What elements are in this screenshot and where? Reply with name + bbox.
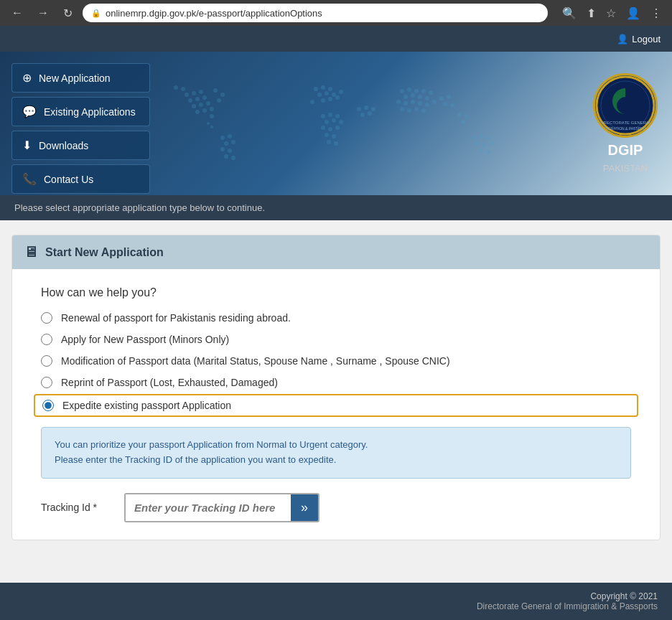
svg-point-33 [332,93,336,97]
svg-point-13 [174,85,178,90]
tracking-submit-button[interactable]: » [291,494,318,521]
svg-point-26 [224,154,228,159]
monitor-icon: 🖥 [24,244,38,260]
svg-point-24 [220,147,225,151]
svg-point-57 [400,89,404,93]
sidebar-nav: ⊕ New Application 💬 Existing Application… [0,52,162,195]
svg-point-38 [339,90,343,94]
hero-section: ⊕ New Application 💬 Existing Application… [0,52,672,195]
sidebar-item-new-application[interactable]: ⊕ New Application [11,63,150,93]
svg-point-11 [210,107,214,111]
svg-point-63 [421,89,426,93]
sidebar-item-existing-applications[interactable]: 💬 Existing Applications [11,97,150,126]
svg-point-70 [425,103,429,107]
radio-new-passport[interactable] [41,334,52,345]
svg-point-6 [192,104,196,108]
plus-circle-icon: ⊕ [22,71,32,85]
tracking-row: Tracking Id * » [41,493,631,522]
svg-point-54 [371,107,375,111]
svg-point-87 [482,143,487,147]
section-title: Start New Application [45,246,164,259]
svg-point-62 [418,95,422,99]
reload-button[interactable]: ↻ [59,4,77,23]
user-icon: 👤 [617,34,628,44]
section-card: 🖥 Start New Application How can we help … [11,235,661,540]
info-line2: Please enter the Tracking ID of the appl… [55,453,617,468]
svg-point-27 [231,156,235,160]
svg-point-74 [414,107,419,111]
svg-point-16 [217,98,221,103]
option-renewal[interactable]: Renewal of passport for Pakistanis resid… [41,312,631,324]
radio-reprint[interactable] [41,377,52,388]
sidebar-item-label: Downloads [39,140,88,151]
option-reprint[interactable]: Reprint of Passport (Lost, Exhausted, Da… [41,377,631,388]
share-button[interactable]: ⬆ [584,4,599,23]
footer: Copyright © 2021 Directorate General of … [0,583,672,620]
world-map [129,59,574,188]
svg-point-81 [465,114,469,118]
svg-text:IMMIGRATION & PASSPORTS: IMMIGRATION & PASSPORTS [600,126,650,131]
svg-point-9 [195,110,200,114]
help-title: How can we help you? [41,286,631,299]
option-expedite[interactable]: Expedite existing passport Application [34,394,638,417]
svg-point-82 [461,120,465,124]
svg-point-10 [202,108,207,113]
sidebar-item-contact-us[interactable]: 📞 Contact Us [11,164,150,194]
svg-point-19 [210,126,213,128]
svg-point-42 [325,120,329,124]
bookmark-button[interactable]: ☆ [603,4,619,23]
svg-point-25 [228,149,232,153]
radio-modification[interactable] [41,355,52,367]
option-modification-label: Modification of Passport data (Marital S… [61,355,450,367]
tracking-label: Tracking Id * [41,502,113,513]
sidebar-item-label: Existing Applications [44,106,136,118]
svg-point-60 [403,95,408,99]
svg-point-64 [429,90,433,95]
radio-expedite[interactable] [42,400,54,411]
option-new-passport[interactable]: Apply for New Passport (Minors Only) [41,334,631,345]
menu-button[interactable]: ⋮ [648,4,665,23]
forward-button[interactable]: → [33,4,53,22]
svg-point-51 [334,141,338,146]
radio-renewal[interactable] [41,312,52,324]
svg-point-61 [411,93,415,98]
svg-point-83 [472,136,476,140]
back-button[interactable]: ← [7,4,27,22]
notice-text: Please select appropriate application ty… [14,202,265,213]
svg-point-65 [425,96,429,100]
logout-button[interactable]: 👤 Logout [617,34,661,44]
svg-point-20 [220,136,225,140]
svg-point-66 [396,100,401,104]
svg-point-34 [321,98,325,103]
svg-point-75 [421,108,426,113]
svg-point-22 [224,141,228,146]
svg-point-3 [188,98,192,103]
svg-point-71 [432,100,437,104]
svg-point-15 [220,93,225,97]
svg-point-53 [364,105,368,110]
svg-point-14 [213,88,218,93]
top-bar: 👤 Logout [0,26,672,52]
section-header: 🖥 Start New Application [12,235,660,269]
profile-button[interactable]: 👤 [623,4,643,23]
search-button[interactable]: 🔍 [559,4,579,23]
svg-point-30 [328,87,332,91]
logo-area: DIRECTORATE GENERAL IMMIGRATION & PASSPO… [593,73,658,174]
option-expedite-label: Expedite existing passport Application [62,400,231,411]
svg-point-88 [490,141,494,146]
svg-point-77 [447,95,451,99]
svg-point-86 [475,141,480,146]
url-bar[interactable]: 🔒 onlinemrp.dgip.gov.pk/e-passport/appli… [83,4,548,22]
svg-point-36 [335,95,340,100]
svg-point-28 [314,87,318,91]
svg-point-4 [195,97,200,101]
info-line1: You can prioritize your passport Applica… [55,438,617,453]
option-reprint-label: Reprint of Passport (Lost, Exhausted, Da… [61,377,278,388]
svg-point-23 [231,140,235,144]
tracking-id-input[interactable] [126,494,291,521]
option-modification[interactable]: Modification of Passport data (Marital S… [41,355,631,367]
sidebar-item-downloads[interactable]: ⬇ Downloads [11,131,150,160]
option-new-passport-label: Apply for New Passport (Minors Only) [61,334,229,345]
svg-point-29 [321,85,325,90]
option-renewal-label: Renewal of passport for Pakistanis resid… [61,312,291,324]
